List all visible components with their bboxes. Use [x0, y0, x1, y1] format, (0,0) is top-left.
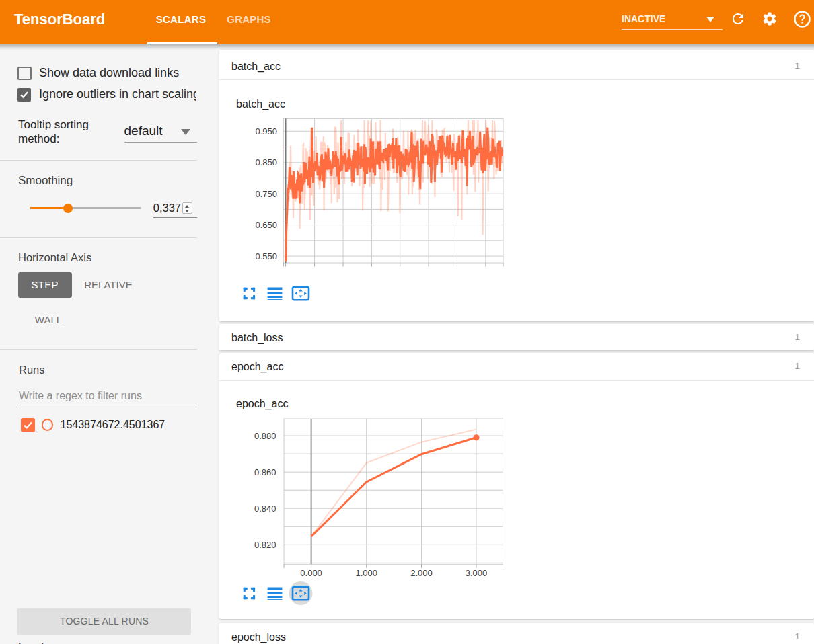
svg-text:0.750: 0.750 — [255, 189, 277, 199]
svg-text:2.000: 2.000 — [410, 568, 433, 578]
svg-text:0.880: 0.880 — [254, 431, 276, 441]
svg-text:0.000: 0.000 — [300, 568, 322, 578]
svg-text:0.840: 0.840 — [254, 504, 276, 514]
svg-text:3.000: 3.000 — [466, 568, 488, 578]
svg-text:0.850: 0.850 — [255, 157, 277, 167]
svg-text:0.650: 0.650 — [255, 220, 277, 230]
svg-text:0.860: 0.860 — [254, 467, 276, 477]
svg-text:0.950: 0.950 — [255, 126, 277, 136]
svg-text:0.820: 0.820 — [254, 540, 276, 550]
svg-text:1.000: 1.000 — [355, 568, 377, 578]
svg-text:0.550: 0.550 — [255, 251, 277, 261]
